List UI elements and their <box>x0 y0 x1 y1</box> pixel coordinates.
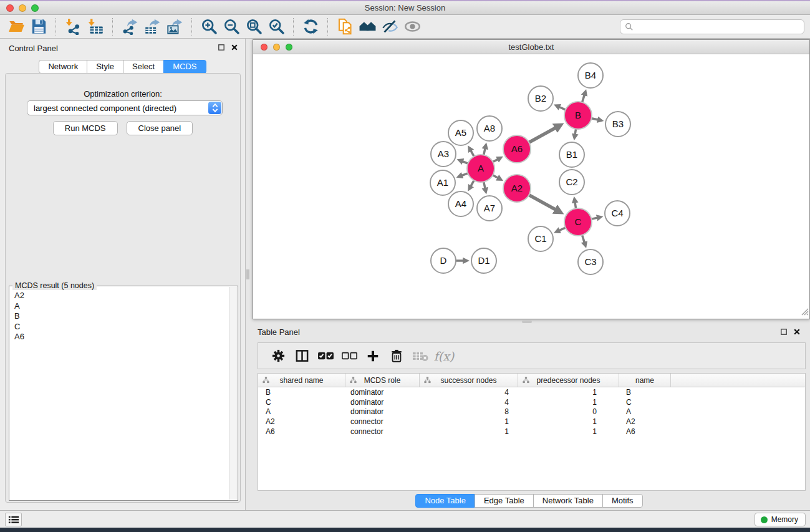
window-resize-grip[interactable] <box>800 307 809 318</box>
column-header[interactable]: shared name <box>258 374 345 387</box>
column-header[interactable]: MCDS role <box>345 374 420 387</box>
open-session-button[interactable] <box>5 17 27 37</box>
column-header[interactable]: successor nodes <box>420 374 518 387</box>
table-cell[interactable]: B <box>619 388 671 397</box>
first-neighbors-button[interactable] <box>356 17 378 37</box>
node-table-header: shared nameMCDS rolesuccessor nodesprede… <box>258 374 805 387</box>
tab-select[interactable]: Select <box>123 60 164 74</box>
import-network-button[interactable] <box>62 17 84 37</box>
add-column-button[interactable] <box>361 346 385 367</box>
table-cell[interactable]: dominator <box>345 388 420 397</box>
hide-selected-button[interactable] <box>378 17 401 37</box>
graph-edge-A2-C[interactable] <box>528 195 556 210</box>
toolbar-separator <box>327 18 328 36</box>
zoom-in-button[interactable] <box>198 17 220 37</box>
list-item[interactable]: A <box>14 301 228 312</box>
export-table-button[interactable] <box>141 17 163 37</box>
save-session-button[interactable] <box>27 17 50 37</box>
table-cell[interactable]: B <box>258 388 345 397</box>
delete-table-button[interactable] <box>408 346 432 367</box>
search-input[interactable] <box>636 21 804 32</box>
export-network-button[interactable] <box>118 17 141 37</box>
tab-style[interactable]: Style <box>87 60 123 74</box>
refresh-button[interactable] <box>299 17 322 37</box>
split-columns-button[interactable] <box>290 346 314 367</box>
column-header[interactable]: name <box>619 374 671 387</box>
table-cell[interactable]: 0 <box>518 407 619 416</box>
new-network-from-selection-button[interactable] <box>334 17 356 37</box>
table-row[interactable]: A2connector11A2 <box>258 417 805 427</box>
minimize-window-button[interactable] <box>19 4 26 12</box>
tab-node-table[interactable]: Node Table <box>415 494 475 508</box>
table-cell[interactable]: A2 <box>619 417 671 426</box>
function-builder-button[interactable]: f(x) <box>432 346 456 367</box>
table-cell[interactable]: 1 <box>518 398 619 407</box>
table-row[interactable]: A6connector11A6 <box>258 427 805 437</box>
task-history-button[interactable] <box>5 513 22 526</box>
close-table-panel-icon[interactable] <box>794 329 800 335</box>
result-scrollbar[interactable] <box>229 287 237 500</box>
network-canvas[interactable]: AA1A2A3A4A5A6A7A8BB1B2B3B4CC1C2C3C4DD1 <box>253 55 809 319</box>
table-cell[interactable]: A6 <box>619 427 671 436</box>
table-row[interactable]: Adominator80A <box>258 407 805 417</box>
close-panel-button[interactable]: Close panel <box>127 121 193 135</box>
table-cell[interactable]: connector <box>345 417 420 426</box>
table-cell[interactable]: connector <box>345 427 420 436</box>
list-item[interactable]: C <box>14 322 228 332</box>
table-cell[interactable]: 4 <box>420 398 518 407</box>
list-item[interactable]: B <box>14 311 228 322</box>
export-image-button[interactable] <box>163 17 186 37</box>
tab-edge-table[interactable]: Edge Table <box>475 494 534 508</box>
optimization-criterion-select[interactable]: largest connected component (directed) <box>27 100 223 115</box>
zoom-window-button[interactable] <box>31 4 39 12</box>
column-header[interactable]: predecessor nodes <box>518 374 619 387</box>
table-cell[interactable]: 1 <box>518 427 619 436</box>
tab-network[interactable]: Network <box>39 60 87 74</box>
table-row[interactable]: Bdominator41B <box>258 387 805 397</box>
table-cell[interactable]: C <box>258 398 345 407</box>
export-network-icon <box>122 18 138 35</box>
table-cell[interactable]: C <box>619 398 671 407</box>
close-window-button[interactable] <box>6 4 14 12</box>
table-settings-button[interactable] <box>266 346 290 367</box>
table-cell[interactable]: A <box>258 407 345 416</box>
table-cell[interactable]: A2 <box>258 417 345 426</box>
zoom-network-window-button[interactable] <box>286 44 292 51</box>
zoom-out-button[interactable] <box>220 17 243 37</box>
minimize-network-window-button[interactable] <box>273 44 280 51</box>
close-panel-icon[interactable] <box>231 44 238 51</box>
float-panel-icon[interactable] <box>218 44 224 51</box>
mcds-result-list: A2ABCA6 <box>10 287 228 500</box>
tab-network-table[interactable]: Network Table <box>533 494 603 508</box>
zoom-selected-button[interactable] <box>265 17 287 37</box>
table-cell[interactable]: 1 <box>420 417 518 426</box>
float-table-panel-icon[interactable] <box>781 329 787 335</box>
tab-mcds[interactable]: MCDS <box>163 60 206 74</box>
deselect-all-checkboxes-button[interactable] <box>337 346 361 367</box>
table-cell[interactable]: 8 <box>420 407 518 416</box>
run-mcds-button[interactable]: Run MCDS <box>53 121 118 135</box>
show-all-button[interactable] <box>401 17 423 37</box>
zoom-fit-button[interactable] <box>243 17 265 37</box>
close-network-window-button[interactable] <box>261 44 268 51</box>
table-cell[interactable]: 1 <box>518 417 619 426</box>
graph-edge-A6-B[interactable] <box>528 128 556 143</box>
select-all-checkboxes-button[interactable] <box>314 346 337 367</box>
table-cell[interactable]: A6 <box>258 427 345 436</box>
list-item[interactable]: A6 <box>14 332 228 342</box>
tab-motifs[interactable]: Motifs <box>602 494 643 508</box>
list-item[interactable]: A2 <box>14 291 228 301</box>
table-cell[interactable]: A <box>619 407 671 416</box>
table-cell[interactable]: 1 <box>420 427 518 436</box>
delete-column-button[interactable] <box>385 346 408 367</box>
import-table-button[interactable] <box>84 17 107 37</box>
table-cell[interactable]: dominator <box>345 398 420 407</box>
memory-button[interactable]: Memory <box>755 513 806 526</box>
table-cell[interactable]: 1 <box>518 388 619 397</box>
table-toolbar: f(x) <box>258 342 806 369</box>
table-row[interactable]: Cdominator41C <box>258 397 805 407</box>
network-graph[interactable]: AA1A2A3A4A5A6A7A8BB1B2B3B4CC1C2C3C4DD1 <box>253 55 809 319</box>
table-cell[interactable]: dominator <box>345 407 420 416</box>
attribute-tree-icon <box>350 377 357 384</box>
table-cell[interactable]: 4 <box>420 388 518 397</box>
